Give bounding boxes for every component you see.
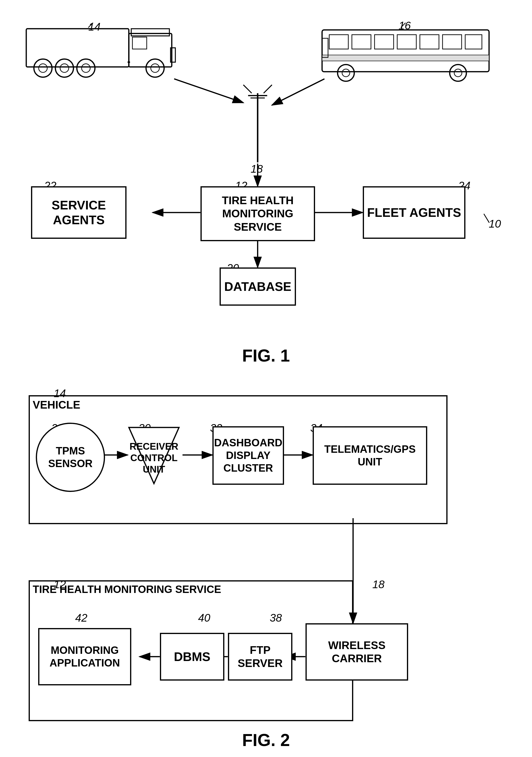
- rcu-label: RECEIVERCONTROLUNIT: [128, 440, 180, 475]
- svg-rect-19: [322, 30, 489, 72]
- ref-14-fig1: 14: [88, 20, 101, 33]
- database-box: DATABASE: [220, 267, 296, 306]
- svg-point-9: [55, 59, 74, 77]
- ref-16-fig1: 16: [399, 19, 411, 32]
- ref-18-fig1: 18: [251, 163, 263, 175]
- wireless-carrier-label: WIRELESSCARRIER: [328, 639, 385, 665]
- svg-rect-25: [442, 35, 461, 49]
- svg-point-14: [151, 64, 160, 72]
- ref-18-fig2: 18: [372, 578, 385, 591]
- svg-rect-24: [420, 35, 439, 49]
- service-agents-box: SERVICE AGENTS: [31, 186, 127, 239]
- monitoring-app-box: MONITORINGAPPLICATION: [38, 628, 131, 685]
- fig1-diagram: 14 16 18 22 12 24 20 10 ＼ SERVICE AGENTS…: [19, 14, 513, 368]
- svg-point-13: [146, 59, 164, 77]
- tpms-sensor-shape: TPMSSENSOR: [36, 423, 105, 492]
- dashboard-label: DASHBOARDDISPLAYCLUSTER: [214, 437, 282, 474]
- svg-rect-27: [322, 55, 489, 61]
- svg-rect-23: [397, 35, 416, 49]
- svg-line-37: [244, 85, 252, 93]
- fleet-agents-box: FLEET AGENTS: [363, 186, 465, 239]
- telematics-label: TELEMATICS/GPSUNIT: [324, 443, 416, 468]
- svg-line-39: [174, 79, 244, 103]
- thms2-label: TIRE HEALTH MONITORING SERVICE: [33, 583, 221, 595]
- svg-line-40: [272, 79, 324, 105]
- svg-point-29: [342, 69, 350, 76]
- dbms-label: DBMS: [174, 649, 210, 664]
- svg-rect-6: [131, 29, 169, 36]
- svg-point-11: [77, 59, 95, 77]
- monitoring-app-label: MONITORINGAPPLICATION: [50, 644, 120, 669]
- dashboard-box: DASHBOARDDISPLAYCLUSTER: [212, 426, 284, 485]
- svg-rect-17: [133, 37, 147, 49]
- fig1-label: FIG. 1: [19, 346, 513, 365]
- svg-rect-22: [374, 35, 394, 49]
- svg-point-10: [60, 64, 69, 72]
- fleet-agents-label: FLEET AGENTS: [367, 205, 461, 220]
- svg-line-38: [264, 85, 272, 93]
- thms-label: TIRE HEALTHMONITORINGSERVICE: [222, 194, 294, 233]
- svg-point-28: [338, 65, 354, 81]
- fig2-label: FIG. 2: [19, 730, 513, 750]
- svg-point-31: [454, 69, 462, 76]
- ftp-server-label: FTPSERVER: [238, 644, 282, 670]
- svg-rect-20: [329, 35, 348, 49]
- fig2-diagram: 14 12 18 28 30 32 34 38 40 42 VEHICLE TP…: [19, 382, 513, 752]
- svg-rect-4: [26, 29, 129, 67]
- svg-rect-5: [129, 33, 172, 67]
- svg-point-12: [82, 64, 90, 72]
- svg-rect-16: [171, 48, 175, 62]
- rcu-triangle-container: RECEIVERCONTROLUNIT: [128, 426, 180, 485]
- tpms-sensor-label: TPMSSENSOR: [48, 445, 93, 470]
- svg-rect-32: [322, 38, 328, 57]
- svg-point-8: [39, 64, 47, 72]
- thms-box: TIRE HEALTHMONITORINGSERVICE: [200, 186, 315, 241]
- dbms-box: DBMS: [160, 633, 224, 681]
- ftp-server-box: FTPSERVER: [228, 633, 292, 681]
- database-label: DATABASE: [224, 279, 291, 294]
- vehicle-label: VEHICLE: [33, 398, 80, 411]
- svg-rect-26: [465, 35, 482, 49]
- wireless-carrier-box: WIRELESSCARRIER: [306, 623, 408, 681]
- svg-rect-21: [352, 35, 371, 49]
- svg-point-30: [450, 65, 466, 81]
- page: 14 16 18 22 12 24 20 10 ＼ SERVICE AGENTS…: [0, 0, 532, 757]
- telematics-box: TELEMATICS/GPSUNIT: [313, 426, 427, 485]
- svg-point-7: [34, 59, 52, 77]
- service-agents-label: SERVICE AGENTS: [51, 198, 106, 227]
